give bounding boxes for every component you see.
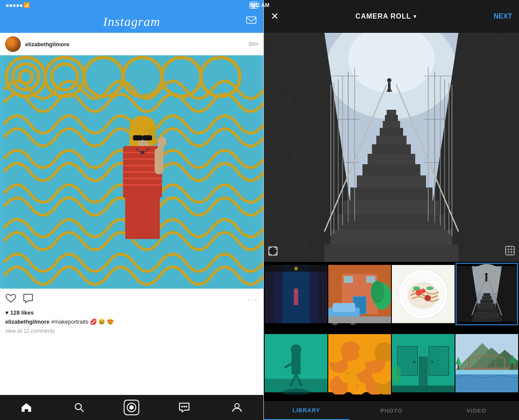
- svg-rect-60: [368, 154, 415, 164]
- svg-point-122: [426, 286, 434, 290]
- svg-rect-55: [337, 214, 445, 229]
- svg-point-137: [485, 273, 488, 276]
- like-button[interactable]: [5, 293, 16, 306]
- svg-rect-94: [294, 292, 298, 305]
- tab-library[interactable]: LIBRARY: [264, 401, 349, 420]
- svg-rect-111: [328, 316, 391, 323]
- likes-count: ♥ 128 likes: [0, 309, 263, 317]
- svg-rect-129: [476, 308, 498, 312]
- svg-point-97: [294, 267, 298, 270]
- svg-rect-104: [366, 276, 375, 283]
- grid-icon[interactable]: [505, 246, 515, 255]
- instagram-header: Instagram: [0, 10, 263, 33]
- comment-button[interactable]: [22, 293, 34, 306]
- inbox-icon[interactable]: [246, 16, 256, 27]
- expand-icon[interactable]: [268, 246, 278, 256]
- svg-rect-59: [362, 164, 420, 175]
- svg-rect-53: [324, 245, 458, 262]
- avatar[interactable]: [5, 36, 21, 52]
- thumbnail-3[interactable]: [392, 263, 455, 325]
- post-actions: ···: [0, 289, 263, 309]
- svg-point-29: [158, 137, 167, 147]
- svg-rect-66: [387, 110, 396, 115]
- nav-home[interactable]: [16, 399, 37, 416]
- svg-rect-62: [376, 136, 407, 144]
- svg-rect-58: [357, 175, 426, 188]
- svg-point-164: [356, 384, 359, 387]
- photo-grid: [264, 262, 519, 401]
- thumbnail-8[interactable]: [455, 332, 518, 395]
- svg-point-170: [431, 360, 433, 363]
- svg-point-82: [387, 78, 391, 83]
- status-bar: 📶 9:41 AM ▓: [0, 0, 263, 10]
- post-image: [0, 55, 263, 289]
- svg-rect-61: [372, 144, 411, 154]
- svg-rect-133: [484, 293, 490, 296]
- svg-line-31: [80, 409, 83, 412]
- camera-roll-panel: ✕ CAMERA ROLL ▾ NEXT: [264, 0, 519, 420]
- svg-point-118: [416, 290, 422, 296]
- svg-rect-190: [511, 363, 513, 370]
- svg-rect-54: [331, 229, 452, 245]
- post-image-svg: [0, 55, 263, 289]
- heart-icon: ♥: [5, 309, 9, 316]
- view-comments-link[interactable]: view all 12 comments: [0, 327, 263, 335]
- thumbnail-6[interactable]: [328, 332, 391, 395]
- next-button[interactable]: NEXT: [493, 13, 512, 20]
- thumbnail-5[interactable]: [265, 332, 327, 395]
- svg-rect-130: [478, 303, 496, 308]
- svg-point-35: [235, 404, 239, 408]
- signal-dots: [6, 2, 23, 8]
- more-options[interactable]: ···: [248, 295, 258, 304]
- instagram-logo: Instagram: [103, 14, 160, 29]
- svg-rect-86: [506, 246, 514, 255]
- tab-video[interactable]: VIDEO: [434, 401, 519, 420]
- svg-point-30: [75, 404, 81, 410]
- post-username[interactable]: elizabethgilmore: [25, 41, 244, 48]
- bottom-navigation: [0, 395, 263, 420]
- camera-roll-title: CAMERA ROLL ▾: [356, 13, 417, 20]
- svg-point-95: [294, 288, 298, 293]
- caption-text: #makeportraits 💋 😆 😍: [51, 318, 114, 325]
- post-caption: elizabethgilmore #makeportraits 💋 😆 😍: [0, 317, 263, 327]
- svg-rect-0: [247, 17, 256, 23]
- svg-rect-174: [392, 385, 455, 392]
- svg-rect-64: [383, 121, 400, 128]
- svg-point-34: [186, 406, 187, 407]
- status-wifi: 📶: [23, 2, 30, 8]
- svg-point-163: [365, 363, 368, 366]
- svg-point-162: [347, 372, 350, 375]
- caption-username[interactable]: elizabethgilmore: [5, 318, 50, 325]
- svg-point-33: [183, 406, 185, 407]
- svg-rect-131: [481, 299, 493, 303]
- nav-search[interactable]: [68, 399, 90, 416]
- svg-rect-136: [486, 276, 487, 282]
- svg-point-120: [421, 289, 425, 293]
- svg-point-175: [392, 366, 401, 383]
- thumbnail-7[interactable]: [392, 332, 455, 395]
- camera-roll-header: ✕ CAMERA ROLL ▾ NEXT: [264, 0, 519, 33]
- grid-icon-container: [505, 246, 515, 258]
- thumbnail-2[interactable]: [328, 263, 391, 325]
- camera-roll-tabs: LIBRARY PHOTO VIDEO: [264, 401, 519, 420]
- svg-rect-15: [133, 135, 143, 140]
- svg-rect-132: [482, 296, 492, 299]
- chevron-down-icon[interactable]: ▾: [413, 13, 416, 19]
- tab-photo[interactable]: PHOTO: [349, 401, 434, 420]
- post-timestamp: 38m: [248, 41, 258, 47]
- thumbnail-4[interactable]: [455, 263, 518, 325]
- svg-rect-188: [458, 365, 459, 370]
- nav-profile[interactable]: [226, 399, 248, 416]
- svg-point-159: [341, 341, 361, 361]
- svg-rect-28: [125, 196, 160, 239]
- nav-camera[interactable]: [121, 399, 142, 416]
- svg-rect-57: [350, 188, 432, 200]
- svg-rect-63: [380, 128, 403, 136]
- instagram-feed-panel: 📶 9:41 AM ▓ Instagram elizabethgilmore 3…: [0, 0, 264, 420]
- close-button[interactable]: ✕: [271, 11, 279, 22]
- thumbnail-1[interactable]: [265, 263, 327, 325]
- svg-rect-106: [333, 303, 355, 312]
- svg-point-113: [371, 280, 384, 303]
- nav-messages[interactable]: [173, 399, 195, 416]
- svg-rect-128: [474, 312, 500, 318]
